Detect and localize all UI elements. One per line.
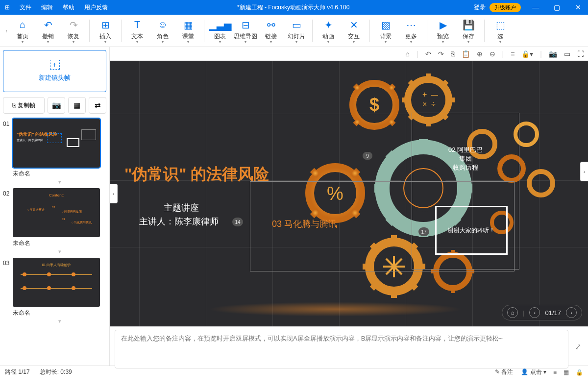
tool-链接[interactable]: ⚯链接▾: [258, 16, 284, 46]
thumb-number: 03: [3, 258, 13, 267]
new-frame-button[interactable]: + 新建镜头帧: [3, 50, 106, 92]
nav-home-icon[interactable]: ⌂: [507, 307, 518, 318]
section-02-line2: 集团: [412, 154, 519, 163]
notes-expand-icon[interactable]: ⤢: [575, 342, 581, 351]
tool-插入[interactable]: ⊞插入▾: [93, 16, 118, 46]
thumb-preview-01[interactable]: "伪常识" 的法律风险 主讲人：陈李康律师: [13, 119, 100, 168]
thumbnail-02[interactable]: 02 Content: ○ 互联大事迹 02 ○ 阿里巴巴集团 03 ○ 马化腾…: [3, 188, 106, 255]
slide-main-title: "伪常识" 的法律风险: [124, 164, 269, 185]
section-02-line1: 02 阿里巴巴: [412, 146, 519, 154]
menu-file[interactable]: 文件: [15, 3, 36, 12]
menu-bar: 文件 编辑 帮助 用户反馈: [15, 3, 113, 12]
svg-text:÷: ÷: [431, 100, 436, 108]
thumb-preview-02[interactable]: Content: ○ 互联大事迹 02 ○ 阿里巴巴集团 03 ○ 马化腾与腾讯: [13, 188, 100, 237]
notes-textarea[interactable]: [115, 330, 568, 368]
menu-edit[interactable]: 编辑: [36, 3, 58, 12]
camera2-icon[interactable]: 📷: [549, 50, 557, 58]
thumbnails-sidebar: + 新建镜头帧 ⎘ 复制帧 📷 ▦ ⇄ 01 "伪常识" 的法律风险 主讲人：陈…: [0, 47, 110, 366]
tool-图表[interactable]: ▁▃▅图表▾: [207, 16, 233, 46]
collapse-sidebar-handle[interactable]: ‹: [110, 184, 118, 203]
tool-动画[interactable]: ✦动画▾: [316, 16, 341, 46]
tool-保存[interactable]: 💾保存▾: [456, 16, 481, 46]
layers-icon[interactable]: ≡: [511, 50, 514, 58]
collapse-right-handle[interactable]: ›: [580, 162, 588, 181]
maximize-button[interactable]: ▢: [547, 3, 567, 11]
thumbnail-01[interactable]: 01 "伪常识" 的法律风险 主讲人：陈李康律师 未命名 ▾: [3, 119, 106, 185]
status-notes-button[interactable]: ✎ 备注: [495, 368, 513, 376]
status-click-button[interactable]: 👤 点击 ▾: [521, 368, 546, 376]
tool-文本[interactable]: T文本▾: [124, 16, 150, 46]
svg-line-18: [389, 120, 394, 124]
nav-counter: 01/17: [545, 309, 561, 317]
copy-icon[interactable]: ⎘: [451, 50, 455, 58]
status-duration: 总时长: 0:39: [40, 368, 72, 376]
crop-icon[interactable]: ▭: [564, 50, 570, 58]
paste-icon[interactable]: 📋: [462, 50, 470, 58]
tool-预览[interactable]: ▶预览▾: [430, 16, 456, 46]
tool-角色[interactable]: ☺角色▾: [150, 16, 175, 46]
thumb-marker-icon: ▾: [13, 248, 106, 255]
svg-text:+: +: [422, 90, 427, 98]
nav-prev-icon[interactable]: ‹: [529, 307, 540, 318]
status-grid-icon[interactable]: ▦: [564, 369, 569, 376]
svg-line-26: [442, 81, 447, 86]
window-controls: — ▢ ✕: [526, 3, 588, 11]
thumb-number: 02: [3, 188, 13, 197]
plus-icon: +: [50, 60, 60, 70]
camera-button[interactable]: 📷: [48, 97, 65, 114]
redo-icon[interactable]: ↷: [438, 50, 444, 58]
thanks-text: 谢谢大家的聆听！: [448, 226, 495, 235]
tool-幻灯片[interactable]: ▭幻灯片▾: [284, 16, 309, 46]
svg-line-17: [355, 85, 360, 90]
tool-恢复[interactable]: ↷恢复▾: [61, 16, 86, 46]
menu-help[interactable]: 帮助: [58, 3, 79, 12]
tool-背景[interactable]: ▧背景▾: [373, 16, 398, 46]
toolbar: ‹ ⌂首页▾↶撤销▾↷恢复▾⊞插入▾T文本▾☺角色▾▦课堂▾▁▃▅图表▾⊟思维导…: [0, 15, 588, 47]
zoom-out-icon[interactable]: ⊖: [490, 50, 495, 58]
tool-首页[interactable]: ⌂首页▾: [10, 16, 35, 46]
nav-next-icon[interactable]: ›: [566, 307, 577, 318]
close-button[interactable]: ✕: [568, 3, 588, 11]
status-lock-icon[interactable]: 🔒: [576, 369, 583, 376]
qr-button[interactable]: ▦: [68, 97, 86, 114]
svg-line-27: [410, 81, 415, 86]
toolbar-scroll-left[interactable]: ‹: [3, 28, 10, 34]
lock-icon[interactable]: 🔒▾: [521, 50, 533, 58]
thumb-label: 未命名: [13, 237, 106, 248]
thumbnail-03[interactable]: 03 01 白手人有独创学 未命名 ▾: [3, 258, 106, 324]
thumb-marker-icon: ▾: [13, 179, 106, 185]
fit-icon[interactable]: ⛶: [577, 50, 584, 58]
svg-text:$: $: [369, 95, 379, 115]
zoom-in-icon[interactable]: ⊕: [477, 50, 483, 58]
copy-frame-button[interactable]: ⎘ 复制帧: [3, 97, 45, 114]
section-02-line3: 收购历程: [412, 163, 519, 172]
svg-line-16: [389, 85, 394, 90]
tool-撤销[interactable]: ↶撤销▾: [35, 16, 61, 46]
badge-14: 14: [232, 218, 243, 226]
svg-point-66: [529, 172, 553, 195]
undo-icon[interactable]: ↶: [425, 50, 431, 58]
minimize-button[interactable]: —: [526, 3, 545, 11]
app-icon: ⊞: [0, 4, 15, 11]
frame-box-thanks[interactable]: 谢谢大家的聆听！: [435, 206, 508, 255]
tool-更多[interactable]: ⋯更多▾: [398, 16, 424, 46]
tool-思维导图[interactable]: ⊟思维导图▾: [233, 16, 258, 46]
window-title: *新建工程 - Focusky动画演示大师 v4.6.100: [113, 3, 474, 12]
home-icon[interactable]: ⌂: [405, 50, 409, 58]
thumb-marker-icon: ▾: [13, 318, 106, 324]
thumb-number: 01: [3, 119, 13, 127]
tool-课堂[interactable]: ▦课堂▾: [175, 16, 201, 46]
canvas[interactable]: ‹ $: [110, 61, 588, 326]
section-03-title: 03 马化腾与腾讯: [272, 218, 337, 230]
status-layers-icon[interactable]: ≡: [553, 369, 557, 376]
tool-交互[interactable]: ✕交互▾: [341, 16, 367, 46]
tool-选[interactable]: ⬚选▾: [488, 16, 513, 46]
swap-button[interactable]: ⇄: [89, 97, 106, 114]
login-link[interactable]: 登录: [474, 3, 486, 12]
svg-text:×: ×: [422, 100, 427, 108]
menu-feedback[interactable]: 用户反馈: [79, 3, 113, 12]
upgrade-button[interactable]: 升级账户: [490, 3, 521, 12]
glow-effect: [208, 302, 463, 317]
thumb-preview-03[interactable]: 01 白手人有独创学: [13, 258, 100, 307]
thumb-label: 未命名: [13, 168, 106, 179]
